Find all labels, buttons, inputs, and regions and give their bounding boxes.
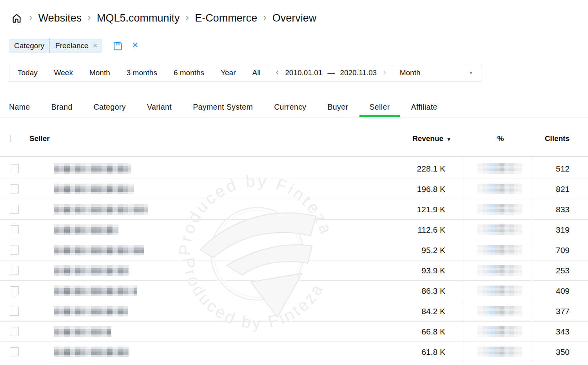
column-header-seller: Seller bbox=[29, 134, 50, 143]
breadcrumb-site[interactable]: MQL5.community bbox=[97, 12, 180, 24]
row-checkbox[interactable] bbox=[10, 347, 19, 356]
redacted-seller-name bbox=[54, 347, 129, 357]
breadcrumb-websites[interactable]: Websites bbox=[38, 12, 82, 24]
seller-name-cell bbox=[29, 301, 335, 321]
breadcrumb-ecommerce[interactable]: E-Commerce bbox=[195, 12, 257, 24]
home-icon[interactable] bbox=[10, 11, 23, 25]
seller-name-cell bbox=[29, 322, 335, 342]
table-row: 86.3 K 409 bbox=[0, 281, 588, 301]
column-header-percent[interactable]: % bbox=[491, 134, 504, 143]
row-checkbox[interactable] bbox=[10, 205, 19, 214]
clients-value: 512 bbox=[532, 159, 588, 179]
preset-3months[interactable]: 3 months bbox=[118, 64, 165, 81]
preset-6months[interactable]: 6 months bbox=[165, 64, 212, 81]
table-row: 61.8 K 350 bbox=[0, 342, 588, 362]
row-checkbox[interactable] bbox=[10, 327, 19, 336]
row-checkbox[interactable] bbox=[10, 225, 19, 234]
breadcrumb-overview[interactable]: Overview bbox=[272, 12, 317, 24]
percent-cell bbox=[463, 220, 532, 240]
clients-value: 350 bbox=[532, 342, 588, 362]
redacted-seller-name bbox=[54, 204, 148, 215]
percent-cell bbox=[463, 322, 532, 342]
table-row: 84.2 K 377 bbox=[0, 301, 588, 322]
percent-cell bbox=[463, 342, 532, 362]
range-start-date[interactable]: 2010.01.01 bbox=[285, 69, 322, 77]
row-checkbox[interactable] bbox=[10, 286, 19, 295]
preset-year[interactable]: Year bbox=[212, 64, 244, 81]
checkbox-cell bbox=[0, 220, 29, 240]
row-checkbox[interactable] bbox=[10, 266, 19, 275]
redacted-percent-bar bbox=[477, 326, 522, 337]
preset-week[interactable]: Week bbox=[46, 64, 81, 81]
column-header-revenue[interactable]: Revenue ▼ bbox=[412, 134, 463, 143]
preset-month[interactable]: Month bbox=[81, 64, 118, 81]
seller-name-cell bbox=[29, 260, 335, 280]
checkbox-cell bbox=[0, 281, 29, 301]
breadcrumb-separator-icon: › bbox=[29, 11, 33, 25]
range-prev-icon[interactable]: ‹ bbox=[275, 67, 280, 79]
revenue-value: 121.9 K bbox=[335, 199, 463, 219]
redacted-percent-bar bbox=[477, 204, 522, 215]
column-header-clients[interactable]: Clients bbox=[545, 134, 588, 143]
seller-name-cell bbox=[29, 159, 335, 179]
clear-filter-icon[interactable]: × bbox=[132, 40, 138, 52]
sort-desc-icon: ▼ bbox=[446, 136, 451, 142]
tab-currency[interactable]: Currency bbox=[264, 97, 316, 117]
revenue-value: 196.8 K bbox=[335, 179, 463, 199]
seller-name-cell bbox=[29, 220, 335, 240]
clients-value: 343 bbox=[532, 322, 588, 342]
row-checkbox[interactable] bbox=[10, 164, 19, 173]
tab-variant[interactable]: Variant bbox=[137, 97, 181, 117]
redacted-percent-bar bbox=[477, 184, 522, 194]
tab-seller[interactable]: Seller bbox=[359, 97, 399, 117]
table-row: 66.8 K 343 bbox=[0, 322, 588, 342]
row-checkbox[interactable] bbox=[10, 307, 19, 316]
redacted-seller-name bbox=[54, 184, 134, 194]
checkbox-cell bbox=[0, 322, 29, 342]
tab-category[interactable]: Category bbox=[84, 97, 136, 117]
redacted-seller-name bbox=[54, 265, 129, 276]
clients-value: 821 bbox=[532, 179, 588, 199]
tab-name[interactable]: Name bbox=[0, 97, 40, 117]
breadcrumb-separator-icon: › bbox=[87, 11, 91, 25]
clients-value: 377 bbox=[532, 301, 588, 321]
chip-remove-icon[interactable]: × bbox=[92, 41, 102, 51]
redacted-percent-bar bbox=[477, 265, 522, 276]
percent-cell bbox=[463, 159, 532, 179]
row-checkbox[interactable] bbox=[10, 184, 19, 193]
revenue-value: 66.8 K bbox=[335, 322, 463, 342]
date-range: ‹ 2010.01.01 — 2020.11.03 › bbox=[269, 64, 393, 81]
time-toolbar: Today Week Month 3 months 6 months Year … bbox=[9, 64, 481, 82]
row-checkbox[interactable] bbox=[10, 246, 19, 255]
preset-all[interactable]: All bbox=[244, 64, 269, 81]
percent-cell bbox=[463, 301, 532, 321]
seller-name-cell bbox=[29, 240, 335, 260]
range-end-date[interactable]: 2020.11.03 bbox=[340, 69, 377, 77]
revenue-value: 228.1 K bbox=[335, 159, 463, 179]
checkbox-cell bbox=[0, 260, 29, 280]
save-filter-button[interactable] bbox=[113, 41, 123, 51]
redacted-percent-bar bbox=[477, 163, 522, 174]
interval-dropdown[interactable]: Month ▼ bbox=[393, 64, 481, 81]
interval-value: Month bbox=[393, 69, 421, 77]
seller-name-cell bbox=[29, 199, 335, 219]
clients-value: 709 bbox=[532, 240, 588, 260]
range-next-icon[interactable]: › bbox=[382, 67, 387, 79]
tab-affiliate[interactable]: Affiliate bbox=[401, 97, 447, 117]
tab-payment-system[interactable]: Payment System bbox=[183, 97, 263, 117]
redacted-percent-bar bbox=[477, 245, 522, 255]
revenue-value: 86.3 K bbox=[335, 281, 463, 301]
redacted-seller-name bbox=[54, 163, 131, 174]
revenue-value: 61.8 K bbox=[335, 342, 463, 362]
revenue-value: 112.6 K bbox=[335, 220, 463, 240]
tab-buyer[interactable]: Buyer bbox=[318, 97, 358, 117]
filter-bar: Category Freelance × × bbox=[9, 39, 138, 53]
select-all-checkbox[interactable] bbox=[10, 135, 11, 142]
checkbox-cell bbox=[0, 179, 29, 199]
tab-brand[interactable]: Brand bbox=[42, 97, 82, 117]
seller-name-cell bbox=[29, 179, 335, 199]
preset-today[interactable]: Today bbox=[9, 64, 46, 81]
range-dash: — bbox=[327, 69, 335, 77]
table-row: 93.9 K 253 bbox=[0, 260, 588, 281]
checkbox-cell bbox=[0, 199, 29, 219]
